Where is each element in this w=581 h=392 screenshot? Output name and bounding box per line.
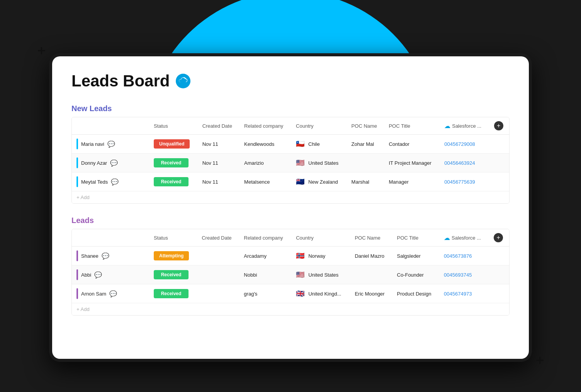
action-cell xyxy=(489,284,509,303)
sf-link-cell[interactable]: 00456729008 xyxy=(440,135,489,154)
salesforce-link[interactable]: 00456463924 xyxy=(444,160,475,166)
chat-icon[interactable]: 💬 xyxy=(109,290,117,297)
country-cell: 🇳🇴 Norway xyxy=(291,247,350,265)
flag-icon: 🇳🇴 xyxy=(296,252,304,260)
flag-icon: 🇳🇿 xyxy=(296,177,304,186)
add-row-leads[interactable]: + Add xyxy=(72,303,509,316)
country-name: Chile xyxy=(308,141,320,147)
th-status-new: Status xyxy=(149,117,198,135)
page-title-row: Leads Board xyxy=(71,72,510,90)
row-color-bar xyxy=(76,139,78,149)
leads-section: Leads Status Created Date Related compan… xyxy=(71,216,510,316)
status-badge: Unqualified xyxy=(154,139,190,149)
salesforce-link[interactable]: 0045693745 xyxy=(444,272,472,278)
table-row: Abbi 💬 Received Nobbi xyxy=(72,265,509,284)
country-cell: 🇨🇱 Chile xyxy=(291,135,347,154)
add-row-new[interactable]: + Add xyxy=(72,191,509,204)
lead-name-cell: Meytal Teds 💬 xyxy=(72,172,149,191)
th-add-leads[interactable]: + xyxy=(489,229,509,247)
salesforce-link[interactable]: 0045674973 xyxy=(444,291,472,297)
flag-icon: 🇺🇸 xyxy=(296,270,304,279)
salesforce-col-icon-leads: ☁ xyxy=(444,234,450,242)
lead-name: Arnon Sam xyxy=(81,291,106,297)
poc-title-cell: Manager xyxy=(384,172,440,191)
status-badge: Attempting xyxy=(154,251,189,260)
th-name-new xyxy=(72,117,149,135)
company-cell: Kendlewoods xyxy=(240,135,291,154)
status-badge: Received xyxy=(154,158,189,167)
poc-title-cell: Product Design xyxy=(392,284,440,303)
country-name: United States xyxy=(308,272,338,278)
status-cell: Received xyxy=(149,265,197,284)
add-label-leads[interactable]: + Add xyxy=(72,303,509,316)
poc-title-cell: IT Project Manager xyxy=(384,154,440,172)
chat-active-icon[interactable]: 💬 xyxy=(107,140,115,148)
row-color-bar xyxy=(76,288,78,299)
lead-name: Maria navi xyxy=(81,141,104,147)
th-country-leads: Country xyxy=(291,229,350,247)
lead-name-cell: Maria navi 💬 xyxy=(72,135,149,154)
row-color-bar xyxy=(76,157,78,168)
add-label-new[interactable]: + Add xyxy=(72,191,509,204)
th-poc-name-leads: POC Name xyxy=(350,229,392,247)
th-poc-title-leads: POC Title xyxy=(392,229,440,247)
page-title: Leads Board xyxy=(71,72,170,90)
company-cell: Nobbi xyxy=(239,265,291,284)
leads-table: Status Created Date Related company Coun… xyxy=(72,229,509,315)
status-badge: Received xyxy=(154,270,189,279)
salesforce-link[interactable]: 00456775639 xyxy=(444,179,475,185)
status-cell: Received xyxy=(149,284,197,303)
new-leads-table-container: Status Created Date Related company Coun… xyxy=(71,117,510,204)
company-cell: grag's xyxy=(239,284,291,303)
sf-link-cell[interactable]: 00456463924 xyxy=(440,154,489,172)
device-frame: Leads Board New Leads Status xyxy=(49,53,532,362)
salesforce-link[interactable]: 0045673876 xyxy=(444,253,472,259)
status-cell: Received xyxy=(149,172,198,191)
salesforce-col-icon: ☁ xyxy=(444,122,450,130)
sf-link-cell[interactable]: 00456775639 xyxy=(440,172,489,191)
new-leads-header: New Leads xyxy=(71,104,510,113)
flag-icon: 🇺🇸 xyxy=(296,159,304,167)
status-badge: Received xyxy=(154,289,189,298)
status-badge: Received xyxy=(154,177,189,186)
add-column-btn-new[interactable]: + xyxy=(494,121,503,130)
lead-name: Shanee xyxy=(81,253,99,259)
created-date-cell xyxy=(197,247,239,265)
poc-name-cell: Daniel Mazro xyxy=(350,247,392,265)
add-column-btn-leads[interactable]: + xyxy=(494,233,503,242)
poc-name-cell xyxy=(350,265,392,284)
poc-title-cell: Co-Founder xyxy=(392,265,440,284)
company-cell: Metalsence xyxy=(240,172,291,191)
table-row: Maria navi 💬 Unqualified Nov 11 Kendlewo… xyxy=(72,135,509,154)
chat-icon[interactable]: 💬 xyxy=(94,271,102,279)
poc-name-cell: Zohar Mal xyxy=(347,135,384,154)
action-cell xyxy=(489,265,509,284)
row-color-bar xyxy=(76,250,78,261)
sf-link-cell[interactable]: 0045673876 xyxy=(439,247,489,265)
th-sf-leads: ☁ Salesforce ... xyxy=(439,229,489,247)
country-name: Norway xyxy=(308,253,325,259)
lead-name-cell: Donny Azar 💬 xyxy=(72,154,149,172)
chat-icon[interactable]: 💬 xyxy=(110,159,118,167)
poc-title-cell: Salgsleder xyxy=(392,247,440,265)
created-date-cell: Nov 11 xyxy=(198,172,240,191)
chat-icon[interactable]: 💬 xyxy=(111,178,119,186)
lead-name: Meytal Teds xyxy=(81,179,108,185)
poc-title-cell: Contador xyxy=(384,135,440,154)
chat-icon[interactable]: 💬 xyxy=(102,252,109,260)
corner-arrow-tl: ✕ xyxy=(35,44,48,57)
sf-link-cell[interactable]: 0045693745 xyxy=(439,265,489,284)
table-row: Donny Azar 💬 Received Nov 11 Amarizio xyxy=(72,154,509,172)
sf-link-cell[interactable]: 0045674973 xyxy=(439,284,489,303)
action-cell xyxy=(489,247,509,265)
salesforce-link[interactable]: 00456729008 xyxy=(444,141,475,147)
status-cell: Received xyxy=(149,154,198,172)
th-company-new: Related company xyxy=(240,117,291,135)
country-name: United States xyxy=(308,160,338,166)
action-cell xyxy=(489,154,509,172)
th-add-new[interactable]: + xyxy=(489,117,509,135)
created-date-cell: Nov 11 xyxy=(198,135,240,154)
th-sf-new: ☁ Salesforce ... xyxy=(440,117,489,135)
th-name-leads xyxy=(72,229,149,247)
created-date-cell xyxy=(197,284,239,303)
